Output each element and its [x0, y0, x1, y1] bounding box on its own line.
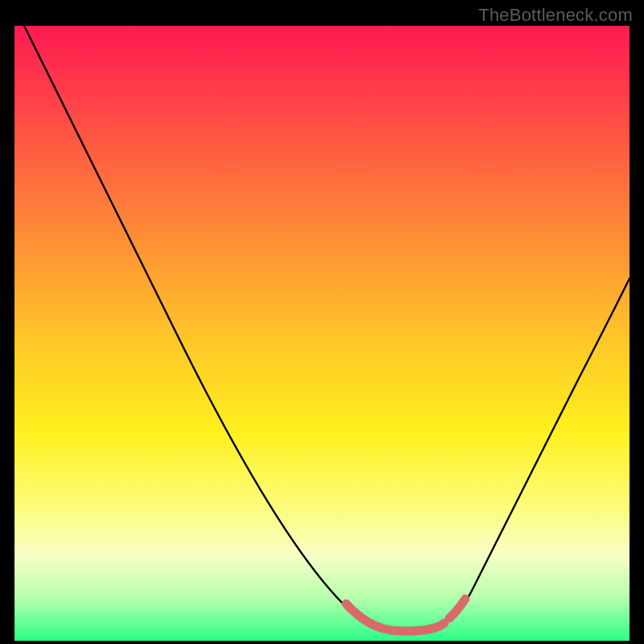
watermark-text: TheBottleneck.com [478, 5, 633, 26]
curve-layer [14, 26, 630, 641]
plot-area [14, 26, 630, 641]
highlight-segment [346, 599, 465, 631]
bottleneck-curve [24, 26, 630, 632]
chart-frame: TheBottleneck.com [0, 0, 644, 644]
